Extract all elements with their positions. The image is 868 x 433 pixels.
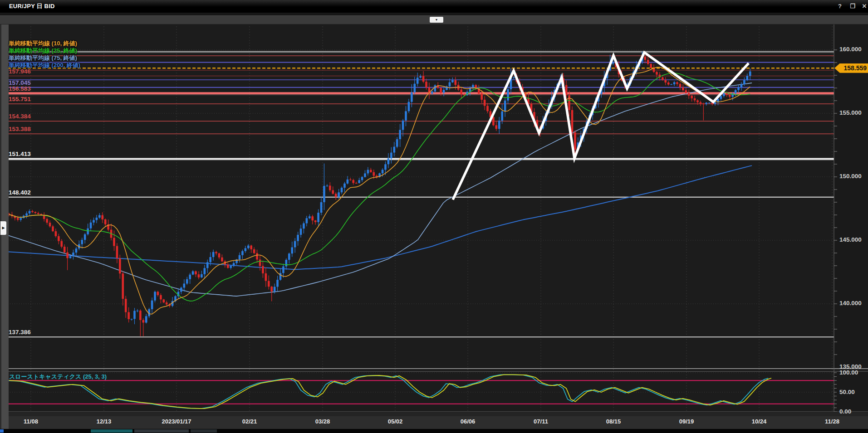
panel-expander-button[interactable]: ▶	[0, 221, 6, 235]
price-level-label: 156.583	[9, 85, 31, 92]
date-tick-label: 03/28	[315, 418, 330, 425]
maximize-icon[interactable]: ❐	[848, 2, 858, 11]
toolbar-strip: ▼	[0, 15, 868, 24]
date-tick-label: 2023/01/17	[162, 418, 191, 425]
close-icon[interactable]: ✕	[859, 2, 868, 11]
date-tick-label: 09/19	[679, 418, 694, 425]
stoch-axis-label: 50.00	[839, 389, 855, 395]
price-level-label: 137.386	[9, 329, 31, 336]
taskbar-fragment	[191, 429, 217, 433]
stoch-axis-label: 100.00	[839, 369, 858, 376]
price-level-label: 154.384	[9, 113, 31, 120]
price-axis-label: 140.000	[839, 300, 862, 307]
title-bar: EUR/JPY 日 BID ? ❐ ✕	[0, 0, 868, 13]
date-tick-label: 08/15	[606, 418, 621, 425]
price-axis-label: 150.000	[839, 173, 862, 180]
stoch-axis-label: 0.00	[839, 408, 851, 415]
time-axis-ticks[interactable]	[0, 412, 868, 416]
price-level-label: 155.751	[9, 96, 31, 102]
chart-window: EUR/JPY 日 BID ? ❐ ✕ ▼ ▶ 単純移動平均線 (10, 終値)…	[0, 0, 868, 433]
chevron-down-icon: ▼	[435, 18, 438, 21]
window-title: EUR/JPY 日 BID	[9, 2, 55, 10]
taskbar-fragment	[91, 429, 132, 433]
bottom-window-edge	[0, 429, 868, 433]
chart-canvas[interactable]	[0, 0, 868, 433]
date-tick-label: 06/06	[461, 418, 476, 425]
price-axis-label: 145.000	[839, 236, 862, 243]
date-tick-label: 11/28	[825, 418, 839, 425]
price-axis-label: 155.000	[839, 109, 862, 116]
date-tick-label: 10/24	[752, 418, 767, 425]
current-price-badge: 158.559	[834, 63, 868, 73]
price-axis-label: 160.000	[839, 46, 862, 53]
price-level-label: 148.402	[9, 189, 31, 196]
taskbar-fragment	[0, 429, 4, 433]
date-tick-label: 02/21	[242, 418, 257, 425]
help-icon[interactable]: ?	[835, 2, 845, 11]
time-axis[interactable]	[0, 416, 868, 429]
date-tick-label: 11/08	[24, 418, 38, 425]
date-tick-label: 05/02	[388, 418, 403, 425]
taskbar-fragment	[134, 429, 189, 433]
date-tick-label: 12/13	[97, 418, 112, 425]
date-tick-label: 07/11	[534, 418, 548, 425]
chevron-right-icon: ▶	[2, 226, 5, 230]
price-level-label: 157.946	[9, 68, 31, 75]
price-level-label: 151.413	[9, 151, 31, 157]
toolbar-collapse-button[interactable]: ▼	[430, 17, 443, 23]
price-level-label: 153.388	[9, 126, 31, 132]
